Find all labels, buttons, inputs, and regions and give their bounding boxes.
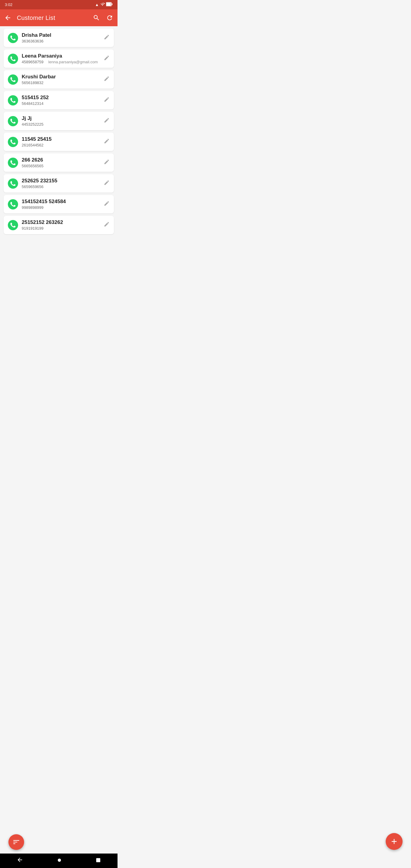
svg-point-8 — [8, 137, 18, 147]
svg-rect-2 — [112, 3, 113, 5]
customer-phone: 9191919199 — [22, 226, 43, 230]
customer-phone: 4589658759 — [22, 60, 43, 64]
edit-customer-button[interactable] — [104, 96, 110, 104]
customer-details: 5656189832 — [22, 81, 100, 85]
whatsapp-icon[interactable] — [8, 220, 18, 230]
whatsapp-icon[interactable] — [8, 74, 18, 85]
customer-name: Krushi Darbar — [22, 74, 100, 80]
whatsapp-icon[interactable] — [8, 95, 18, 105]
whatsapp-icon[interactable] — [8, 179, 18, 189]
customer-card: 266 26265665656565 — [4, 153, 114, 172]
edit-customer-button[interactable] — [104, 34, 110, 41]
customer-name: 266 2626 — [22, 157, 100, 163]
customer-card: 154152415 5245849989898999 — [4, 195, 114, 213]
customer-phone: 9989898999 — [22, 205, 43, 210]
customer-info: 154152415 5245849989898999 — [22, 198, 100, 210]
back-button[interactable] — [4, 13, 12, 22]
svg-point-3 — [8, 33, 18, 43]
customer-card: Leena Parsaniya4589658759lenna.parsaniya… — [4, 50, 114, 68]
customer-name: 515415 252 — [22, 95, 100, 101]
edit-customer-button[interactable] — [104, 180, 110, 187]
svg-point-9 — [8, 158, 18, 168]
svg-point-7 — [8, 116, 18, 126]
toolbar: Customer List — [0, 9, 118, 26]
customer-details: 5659659656 — [22, 184, 100, 189]
customer-name: Leena Parsaniya — [22, 53, 100, 59]
customer-info: Leena Parsaniya4589658759lenna.parsaniya… — [22, 53, 100, 64]
customer-info: Jj Jj4453252225 — [22, 116, 100, 127]
edit-customer-button[interactable] — [104, 221, 110, 229]
edit-customer-button[interactable] — [104, 159, 110, 166]
customer-phone: 5648412314 — [22, 101, 43, 106]
customer-card: 252625 2321555659659656 — [4, 174, 114, 193]
whatsapp-icon[interactable] — [8, 199, 18, 210]
customer-card: 25152152 2632629191919199 — [4, 216, 114, 234]
customer-email: lenna.parsaniya@gmail.com — [48, 60, 98, 64]
customer-info: Drisha Patel3636363636 — [22, 32, 100, 43]
customer-details: 4589658759lenna.parsaniya@gmail.com — [22, 60, 100, 64]
customer-name: 154152415 524584 — [22, 198, 100, 205]
customer-phone: 2616544562 — [22, 143, 43, 147]
svg-point-11 — [8, 199, 18, 210]
customer-details: 9989898999 — [22, 205, 100, 210]
customer-name: Jj Jj — [22, 116, 100, 121]
customer-phone: 5656189832 — [22, 81, 43, 85]
customer-details: 5665656565 — [22, 164, 100, 168]
svg-point-4 — [8, 54, 18, 64]
customer-details: 4453252225 — [22, 122, 100, 127]
refresh-button[interactable] — [105, 13, 114, 22]
svg-point-10 — [8, 179, 18, 189]
battery-icon — [106, 2, 113, 7]
customer-list: Drisha Patel3636363636 Leena Parsaniya45… — [0, 26, 118, 237]
customer-card: 11545 254152616544562 — [4, 133, 114, 151]
customer-phone: 3636363636 — [22, 39, 43, 43]
edit-customer-button[interactable] — [104, 117, 110, 125]
edit-customer-button[interactable] — [104, 55, 110, 62]
customer-name: Drisha Patel — [22, 32, 100, 38]
whatsapp-icon[interactable] — [8, 158, 18, 168]
customer-phone: 5659659656 — [22, 184, 43, 189]
customer-info: 252625 2321555659659656 — [22, 178, 100, 189]
customer-phone: 5665656565 — [22, 164, 43, 168]
customer-card: 515415 2525648412314 — [4, 91, 114, 110]
status-icons: ▲ — [95, 2, 113, 7]
svg-point-12 — [8, 220, 18, 230]
whatsapp-icon[interactable] — [8, 116, 18, 126]
customer-card: Krushi Darbar5656189832 — [4, 70, 114, 89]
customer-info: 266 26265665656565 — [22, 157, 100, 168]
signal-icon: ▲ — [95, 2, 99, 7]
edit-customer-button[interactable] — [104, 138, 110, 146]
whatsapp-icon[interactable] — [8, 33, 18, 43]
customer-name: 252625 232155 — [22, 178, 100, 184]
customer-info: 515415 2525648412314 — [22, 95, 100, 106]
customer-name: 25152152 263262 — [22, 219, 100, 225]
edit-customer-button[interactable] — [104, 76, 110, 83]
svg-point-5 — [8, 74, 18, 85]
customer-details: 5648412314 — [22, 101, 100, 106]
whatsapp-icon[interactable] — [8, 54, 18, 64]
customer-name: 11545 25415 — [22, 136, 100, 142]
customer-details: 2616544562 — [22, 143, 100, 147]
page-title: Customer List — [17, 14, 87, 22]
status-time: 3:02 — [5, 2, 12, 7]
svg-point-6 — [8, 95, 18, 105]
wifi-icon — [100, 2, 105, 7]
customer-details: 9191919199 — [22, 226, 100, 230]
customer-details: 3636363636 — [22, 39, 100, 43]
customer-phone: 4453252225 — [22, 122, 43, 127]
search-button[interactable] — [92, 13, 101, 22]
svg-rect-1 — [106, 3, 111, 6]
whatsapp-icon[interactable] — [8, 137, 18, 147]
customer-card: Drisha Patel3636363636 — [4, 29, 114, 47]
status-bar: 3:02 ▲ — [0, 0, 118, 9]
customer-info: Krushi Darbar5656189832 — [22, 74, 100, 85]
customer-info: 25152152 2632629191919199 — [22, 219, 100, 230]
edit-customer-button[interactable] — [104, 200, 110, 208]
customer-info: 11545 254152616544562 — [22, 136, 100, 147]
customer-card: Jj Jj4453252225 — [4, 112, 114, 130]
